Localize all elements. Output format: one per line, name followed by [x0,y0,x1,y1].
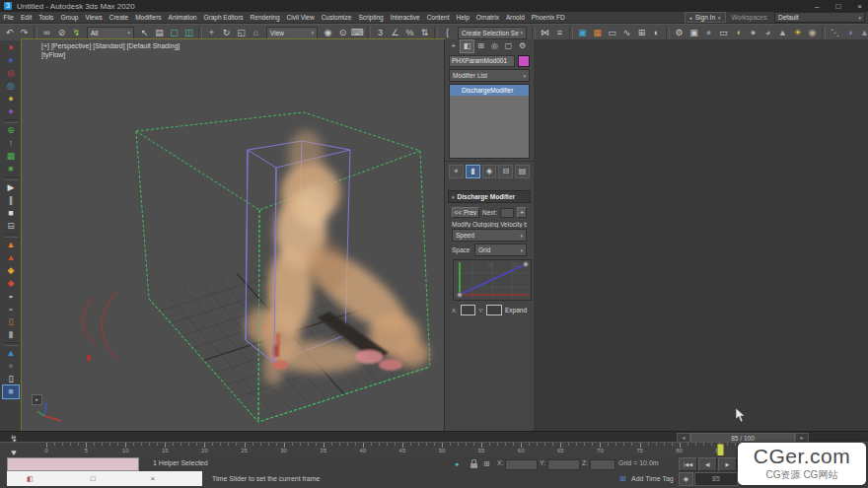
velocity-dropdown[interactable]: Speed ▾ [452,229,527,242]
edit-named-selection-sets-icon[interactable]: { [440,26,455,39]
toggle-ribbon-icon[interactable]: ▭ [605,26,619,39]
preset-candle-icon[interactable]: ▲ [3,239,19,251]
select-and-place-icon[interactable]: ⌂ [249,26,263,39]
remove-modifier-icon[interactable]: ⊟ [498,165,513,178]
named-selection-sets-combo[interactable]: Create Selection Se▾ [458,27,527,39]
angle-snap-icon[interactable]: ∠ [388,26,402,39]
select-object-icon[interactable]: ↖ [137,26,152,39]
select-and-move-icon[interactable]: + [204,26,219,39]
selection-filter[interactable]: All▾ [87,27,134,39]
material-editor-icon[interactable]: ◐ [649,26,664,39]
preset-fire-icon[interactable]: ▲ [3,251,19,264]
phoenix-fire-simulator-icon[interactable]: ◎ [3,67,19,80]
preset-burst-icon[interactable]: ◆ [3,277,19,290]
next-field[interactable] [500,208,514,218]
curve-editor-icon[interactable]: ∿ [619,26,634,39]
environment-moon-icon[interactable]: ◑ [842,26,857,39]
configure-modifier-sets-icon[interactable]: ▤ [515,165,530,178]
select-and-manipulate-icon[interactable]: ⊙ [335,26,350,39]
menu-item-ornatrix[interactable]: Ornatrix [472,12,502,23]
cone-primitive-icon[interactable]: ▲ [775,26,790,39]
simulation-pause-icon[interactable]: ∥ [3,194,19,207]
perspective-viewport[interactable]: [+] [Perspective] [Standard] [Default Sh… [22,39,444,431]
previous-frame-button[interactable]: ◀| [698,457,717,471]
phoenix-fire-source-icon[interactable]: ● [3,41,19,54]
menu-item-phoenix-fd[interactable]: Phoenix FD [528,12,568,23]
arnold-render-icon[interactable]: ▲ [857,26,868,39]
viewport-label[interactable]: [+] [Perspective] [Standard] [Default Sh… [41,42,180,49]
maximize-button[interactable]: □ [835,2,840,11]
menu-item-civil-view[interactable]: Civil View [283,12,318,23]
go-to-start-button[interactable]: |◀◀ [679,457,697,471]
force-gizmo-icon[interactable]: ⊕ [3,124,19,137]
close-button[interactable]: × [857,2,862,11]
space-dropdown[interactable]: Grid ▾ [474,244,527,256]
viewport-scene[interactable] [22,39,444,431]
maxscript-mini-listener[interactable] [7,457,139,471]
render-setup-icon[interactable]: ⚙ [672,26,687,39]
curve-x-field[interactable] [461,305,475,315]
menu-item-animation[interactable]: Animation [165,12,200,23]
simulation-play-icon[interactable]: ▶ [3,181,19,194]
curve-y-field[interactable] [486,305,501,315]
preset-planet-icon[interactable]: ● [3,360,19,373]
phoenix-pool-preset-icon[interactable]: ● [3,93,19,105]
close-window-icon[interactable]: × [150,474,155,483]
create-tab[interactable]: + [447,40,460,52]
bind-to-space-warp-icon[interactable]: ↯ [69,26,84,39]
modifier-stack[interactable]: DischargeModifier [449,84,530,159]
menu-item-interactive[interactable]: Interactive [387,12,423,23]
show-end-result-icon[interactable]: ▮ [466,165,480,178]
geo-primitive-icon[interactable]: ◕ [760,26,775,39]
select-by-name-icon[interactable]: ▤ [152,26,167,39]
object-color-swatch[interactable] [518,55,530,67]
viewport-sublabel[interactable]: [tyFlow] [41,51,65,58]
tile-texture-helper-icon[interactable]: ▦ [3,150,19,163]
snaps-toggle-icon[interactable]: 3 [373,26,388,39]
transform-typein-icon[interactable]: ⊞ [483,459,490,468]
unlink-selection-icon[interactable]: ⊘ [54,26,69,39]
favorites-icon[interactable]: ♥ [7,447,21,459]
menu-item-help[interactable]: Help [453,12,472,23]
minimized-window-strip[interactable]: ◧ □ × [7,471,202,486]
selection-lock-icon[interactable] [470,463,477,468]
light-create-icon[interactable]: ☀ [790,26,805,39]
menu-item-file[interactable]: File [0,12,17,23]
play-animation-button[interactable]: ▶ [718,457,737,471]
key-mode-toggle[interactable]: ◈ [679,472,693,486]
undo-icon[interactable]: ↶ [2,26,17,39]
menu-item-rendering[interactable]: Rendering [247,12,283,23]
menu-item-tools[interactable]: Tools [36,12,57,23]
curve-point[interactable] [458,293,463,298]
phoenix-ocean-preset-icon[interactable]: ● [3,105,19,118]
x-coord-field[interactable] [505,459,538,470]
preset-milk-icon[interactable]: ▯ [3,373,19,385]
menu-item-create[interactable]: Create [106,12,132,23]
state-sets-icon[interactable]: ▭ [716,26,731,39]
phoenix-liquid-source-icon[interactable]: ● [3,54,19,67]
isolate-selection-icon[interactable]: ● [455,460,459,467]
prev-button[interactable]: << Prev [452,207,479,218]
motion-tab[interactable]: ◎ [488,40,501,52]
add-button[interactable]: + [517,207,527,218]
display-tab[interactable]: ▢ [502,40,515,52]
align-icon[interactable]: ≡ [552,26,567,39]
redo-icon[interactable]: ↷ [17,26,32,39]
preset-coffee-icon[interactable]: ▮ [3,328,19,341]
workspaces-dropdown[interactable]: Default ▾ [774,12,865,23]
active-phoenix-tool-icon[interactable]: ■ [3,385,19,398]
select-and-rotate-icon[interactable]: ↻ [219,26,234,39]
add-time-tag[interactable]: Add Time Tag [631,475,674,482]
velocity-curve-graph[interactable]: 50 100 [453,259,526,302]
current-frame-field[interactable]: 85 [694,472,738,486]
z-coord-field[interactable] [590,459,615,470]
menu-item-arnold[interactable]: Arnold [502,12,528,23]
select-and-link-icon[interactable]: ∞ [39,26,54,39]
simulation-stop-icon[interactable]: ■ [3,207,19,220]
use-pivot-point-center-icon[interactable]: ◉ [321,26,335,39]
simulation-delete-icon[interactable]: ⊟ [3,220,19,233]
render-globe-icon[interactable]: ◉ [805,26,820,39]
upward-force-icon[interactable]: ↑ [3,137,19,150]
menu-item-customize[interactable]: Customize [318,12,355,23]
keyboard-shortcut-override-icon[interactable]: ⌨ [350,26,365,39]
